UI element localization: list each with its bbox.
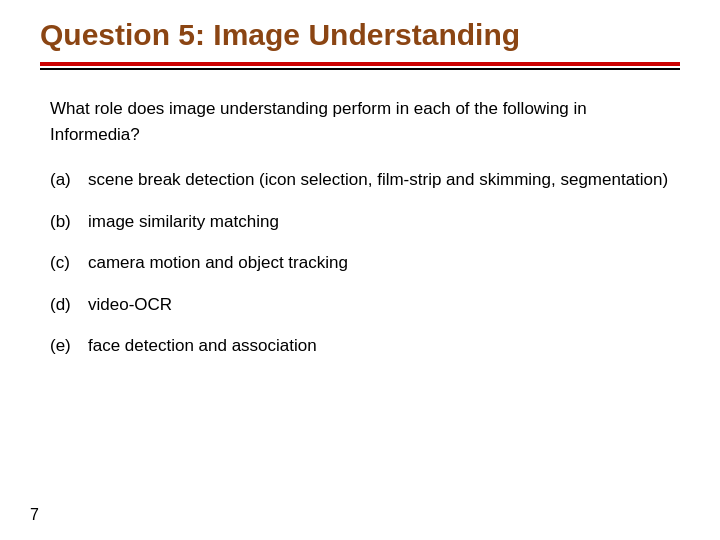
answer-label-d: (d) bbox=[50, 292, 88, 318]
divider-black bbox=[40, 68, 680, 70]
answer-text-e: face detection and association bbox=[88, 333, 670, 359]
slide: Question 5: Image Understanding What rol… bbox=[0, 0, 720, 540]
answer-item-a: (a) scene break detection (icon selectio… bbox=[50, 167, 670, 193]
title-area: Question 5: Image Understanding bbox=[0, 0, 720, 62]
answer-label-c: (c) bbox=[50, 250, 88, 276]
answer-label-a: (a) bbox=[50, 167, 88, 193]
content-area: What role does image understanding perfo… bbox=[0, 76, 720, 395]
divider-container bbox=[0, 62, 720, 70]
page-number: 7 bbox=[30, 506, 39, 524]
answer-text-b: image similarity matching bbox=[88, 209, 670, 235]
answer-label-e: (e) bbox=[50, 333, 88, 359]
answer-item-d: (d) video-OCR bbox=[50, 292, 670, 318]
slide-title: Question 5: Image Understanding bbox=[40, 18, 680, 52]
divider-red bbox=[40, 62, 680, 66]
answer-item-b: (b) image similarity matching bbox=[50, 209, 670, 235]
answer-item-c: (c) camera motion and object tracking bbox=[50, 250, 670, 276]
answer-text-c: camera motion and object tracking bbox=[88, 250, 670, 276]
question-text: What role does image understanding perfo… bbox=[50, 96, 670, 147]
answer-label-b: (b) bbox=[50, 209, 88, 235]
answer-item-e: (e) face detection and association bbox=[50, 333, 670, 359]
answer-text-d: video-OCR bbox=[88, 292, 670, 318]
answer-text-a: scene break detection (icon selection, f… bbox=[88, 167, 670, 193]
